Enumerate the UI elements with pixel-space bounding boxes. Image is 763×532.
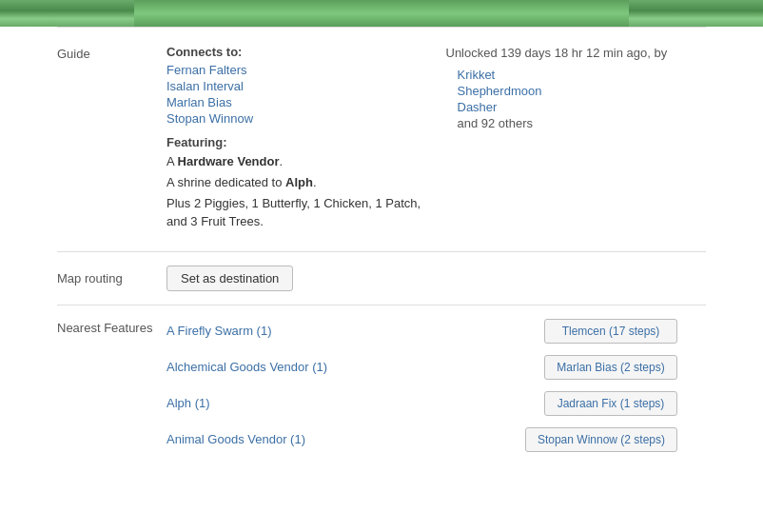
routing-label: Map routing xyxy=(57,271,166,286)
nearest-feature-link-2[interactable]: Alph (1) xyxy=(166,396,210,410)
connects-link-3[interactable]: Stopan Winnow xyxy=(166,111,427,126)
others-text: and 92 others xyxy=(446,116,707,130)
unlocked-text: Unlocked 139 days 18 hr 12 min ago, by xyxy=(446,45,707,62)
set-destination-button[interactable]: Set as destination xyxy=(166,266,293,291)
connects-heading: Connects to: xyxy=(166,45,427,59)
guide-left-col: Connects to: Fernan Falters Isalan Inter… xyxy=(166,45,427,234)
nearest-features-label: Nearest Features xyxy=(57,319,166,335)
featuring-heading: Featuring: xyxy=(166,135,427,149)
unlocker-link-0[interactable]: Krikket xyxy=(446,68,707,82)
nearest-dest-button-0[interactable]: Tlemcen (17 steps) xyxy=(544,319,677,344)
nearest-row-1: Alchemical Goods Vendor (1) Marlan Bias … xyxy=(166,355,706,380)
nearest-feature-link-3[interactable]: Animal Goods Vendor (1) xyxy=(166,432,305,446)
unlocker-link-1[interactable]: Shepherdmoon xyxy=(446,84,707,98)
connects-link-2[interactable]: Marlan Bias xyxy=(166,95,427,109)
unlocker-link-2[interactable]: Dasher xyxy=(446,100,707,114)
nearest-dest-button-1[interactable]: Marlan Bias (2 steps) xyxy=(544,355,677,380)
nearest-row-3: Animal Goods Vendor (1) Stopan Winnow (2… xyxy=(166,427,706,452)
featuring-block: Featuring: A Hardware Vendor. A shrine d… xyxy=(166,135,427,230)
guide-section: Guide Connects to: Fernan Falters Isalan… xyxy=(0,28,763,251)
nearest-feature-link-0[interactable]: A Firefly Swarm (1) xyxy=(166,324,272,338)
map-image xyxy=(0,0,763,27)
alph-bold: Alph xyxy=(285,175,313,189)
featuring-item-2: Plus 2 Piggies, 1 Butterfly, 1 Chicken, … xyxy=(166,195,427,229)
featuring-item-1: A shrine dedicated to Alph. xyxy=(166,174,427,191)
connects-link-0[interactable]: Fernan Falters xyxy=(166,63,427,77)
featuring-item-0: A Hardware Vendor. xyxy=(166,153,427,170)
hardware-vendor-bold: Hardware Vendor xyxy=(178,154,280,168)
routing-content: Set as destination xyxy=(166,266,706,291)
page-wrapper: Guide Connects to: Fernan Falters Isalan… xyxy=(0,0,763,532)
map-routing-section: Map routing Set as destination xyxy=(0,252,763,305)
guide-content: Connects to: Fernan Falters Isalan Inter… xyxy=(166,45,706,234)
nearest-row-0: A Firefly Swarm (1) Tlemcen (17 steps) xyxy=(166,319,706,344)
nearest-features-section: Nearest Features A Firefly Swarm (1) Tle… xyxy=(0,305,763,477)
guide-label: Guide xyxy=(57,45,166,234)
connects-link-1[interactable]: Isalan Interval xyxy=(166,79,427,93)
nearest-feature-link-1[interactable]: Alchemical Goods Vendor (1) xyxy=(166,360,327,374)
nearest-dest-button-3[interactable]: Stopan Winnow (2 steps) xyxy=(525,427,677,452)
guide-right-col: Unlocked 139 days 18 hr 12 min ago, by K… xyxy=(446,45,707,234)
nearest-row-2: Alph (1) Jadraan Fix (1 steps) xyxy=(166,391,706,416)
nearest-dest-button-2[interactable]: Jadraan Fix (1 steps) xyxy=(544,391,677,416)
nearest-content: A Firefly Swarm (1) Tlemcen (17 steps) A… xyxy=(166,319,706,452)
